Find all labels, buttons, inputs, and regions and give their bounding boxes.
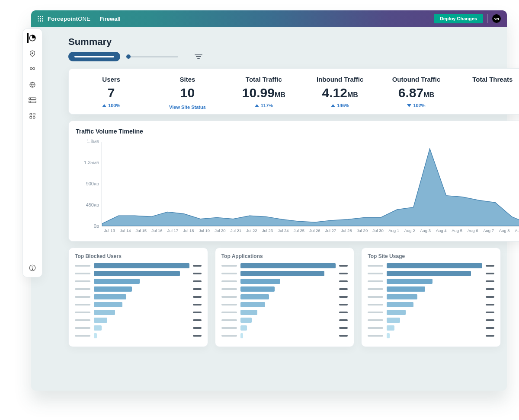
- filter-icon[interactable]: [193, 52, 204, 61]
- mini-row-value: [339, 319, 348, 321]
- mini-row-label: [368, 335, 383, 337]
- module-name: Firewall: [99, 16, 120, 22]
- mini-row: [75, 263, 202, 269]
- mini-row-value: [486, 280, 494, 282]
- nav-globe-icon[interactable]: [28, 80, 37, 89]
- mini-bar: [387, 294, 417, 299]
- stat-label: Outound Traffic: [378, 76, 454, 83]
- mini-chart-title: Top Site Usage: [368, 253, 494, 259]
- nav-apps-icon[interactable]: [28, 111, 37, 121]
- mini-row-label: [75, 280, 90, 282]
- mini-row-label: [75, 304, 90, 305]
- x-tick: Jul 27: [323, 228, 339, 237]
- mini-row-label: [221, 273, 237, 274]
- mini-row-value: [193, 296, 202, 298]
- period-selector[interactable]: [68, 52, 120, 61]
- mini-row-label: [221, 265, 237, 267]
- nav-help-icon[interactable]: [28, 263, 37, 273]
- apps-grid-icon[interactable]: [37, 16, 43, 22]
- x-tick: Jul 25: [291, 228, 307, 237]
- mini-row-label: [221, 296, 237, 298]
- mini-row-label: [368, 296, 383, 298]
- mini-chart-card: Top Applications: [215, 248, 355, 347]
- stats-strip: Users7100%Sites10View Site StatusTotal T…: [68, 68, 519, 115]
- mini-row-label: [368, 280, 383, 282]
- stat-value: 6.87MB: [378, 86, 454, 100]
- mini-row-label: [75, 335, 90, 337]
- mini-bar: [240, 318, 252, 323]
- range-slider[interactable]: [126, 54, 178, 59]
- stat-value: 7: [73, 86, 149, 100]
- mini-row-label: [75, 288, 90, 290]
- y-tick: 0B: [76, 223, 99, 229]
- mini-row-label: [221, 288, 237, 290]
- mini-chart-title: Top Applications: [221, 253, 348, 259]
- stat-card: Sites10View Site Status: [149, 76, 225, 110]
- x-tick: Jul 14: [118, 228, 134, 237]
- x-tick: Aug 4: [433, 228, 449, 237]
- mini-row: [368, 317, 494, 323]
- x-tick: Jul 13: [102, 228, 118, 237]
- x-tick: Aug 8: [497, 228, 513, 237]
- nav-security-icon[interactable]: [28, 49, 37, 58]
- mini-row-value: [193, 265, 202, 267]
- x-tick: Jul 20: [212, 228, 228, 237]
- mini-charts-row: Top Blocked Users Top Applications: [68, 248, 501, 347]
- svg-point-1: [32, 53, 33, 54]
- timeline-title: Traffic Volume Timeline: [76, 128, 519, 135]
- mini-bar: [240, 294, 269, 299]
- mini-row: [221, 333, 348, 339]
- nav-dashboard-icon[interactable]: [27, 33, 37, 43]
- mini-row-value: [339, 265, 348, 267]
- header-separator: [95, 15, 95, 22]
- mini-row-label: [368, 304, 383, 305]
- mini-bar: [240, 302, 265, 307]
- stat-card: Total Traffic10.99MB117%: [226, 76, 302, 110]
- mini-row-value: [339, 327, 348, 329]
- mini-row: [368, 270, 494, 277]
- mini-bar: [94, 271, 180, 276]
- nav-devices-icon[interactable]: [28, 95, 37, 105]
- mini-row: [75, 333, 202, 339]
- mini-row-label: [75, 319, 90, 321]
- svg-point-12: [33, 117, 35, 119]
- nav-observe-icon[interactable]: [28, 64, 37, 74]
- x-tick: Jul 22: [244, 228, 260, 237]
- x-tick: Jul 15: [133, 228, 149, 237]
- mini-bar: [240, 271, 324, 276]
- stat-label: Sites: [149, 76, 225, 83]
- stat-value: 4.12MB: [302, 86, 378, 100]
- x-tick: Aug 6: [465, 228, 481, 237]
- deploy-button[interactable]: Deploy Changes: [434, 14, 483, 23]
- mini-bar: [387, 333, 390, 338]
- mini-row: [221, 278, 348, 284]
- traffic-timeline-card: Traffic Volume Timeline 1.8MB1.35MB900KB…: [68, 121, 519, 242]
- x-tick: Aug 5: [449, 228, 465, 237]
- mini-chart-card: Top Blocked Users: [68, 248, 208, 347]
- mini-row-value: [339, 335, 348, 337]
- mini-row-label: [221, 319, 237, 321]
- x-tick: Aug 7: [481, 228, 497, 237]
- x-tick: Jul 30: [370, 228, 386, 237]
- y-tick: 450KB: [76, 202, 99, 207]
- mini-row-label: [368, 312, 383, 313]
- x-tick: Aug 3: [417, 228, 433, 237]
- stat-label: Users: [73, 76, 149, 83]
- avatar[interactable]: VN: [492, 14, 501, 23]
- mini-row: [75, 294, 202, 300]
- mini-row-label: [368, 265, 383, 267]
- mini-bar: [387, 271, 471, 276]
- stat-delta: 146%: [331, 103, 349, 108]
- mini-row-label: [368, 273, 383, 274]
- mini-row: [221, 270, 348, 277]
- mini-bar: [240, 333, 243, 338]
- svg-point-7: [30, 99, 30, 99]
- mini-row-label: [221, 335, 237, 337]
- mini-row: [368, 309, 494, 315]
- mini-row-value: [486, 304, 494, 305]
- stat-link[interactable]: View Site Status: [149, 105, 225, 110]
- x-tick: Jul 21: [228, 228, 244, 237]
- mini-chart-card: Top Site Usage: [361, 248, 501, 347]
- x-tick: Jul 16: [149, 228, 165, 237]
- stat-delta: 102%: [407, 103, 425, 108]
